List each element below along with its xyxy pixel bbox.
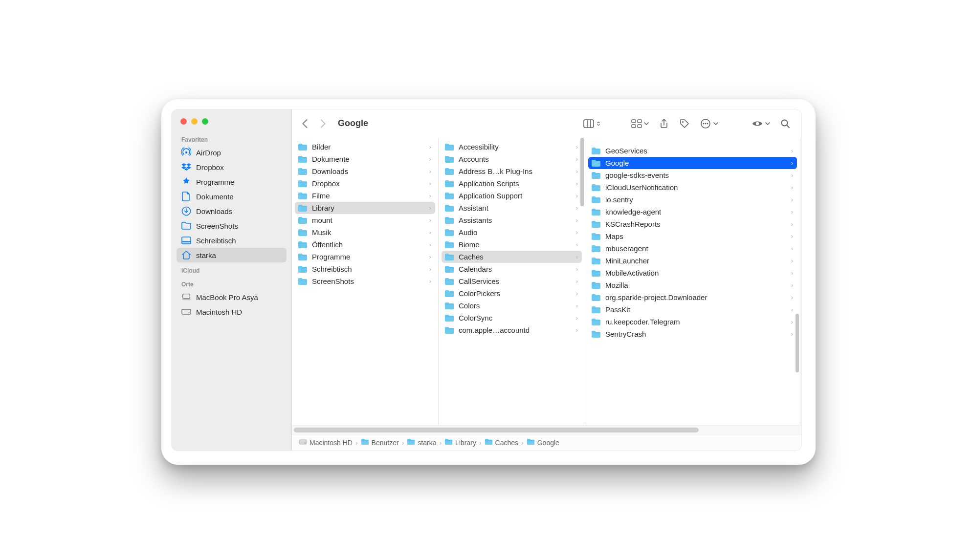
sidebar-item-dokumente[interactable]: Dokumente	[177, 189, 287, 204]
list-item[interactable]: iCloudUserNotification›	[588, 181, 797, 194]
search-button[interactable]	[777, 115, 794, 132]
list-item[interactable]: Accounts›	[442, 153, 582, 165]
sidebar-item-downloads[interactable]: Downloads	[177, 204, 287, 218]
list-item-label: Downloads	[312, 167, 425, 175]
list-item[interactable]: MobileActivation›	[588, 267, 797, 279]
list-item[interactable]: google-sdks-events›	[588, 169, 797, 181]
list-item[interactable]: Accessibility›	[442, 141, 582, 153]
list-item[interactable]: mount›	[295, 214, 435, 226]
forward-button[interactable]	[314, 115, 331, 132]
list-item[interactable]: GeoServices›	[588, 145, 797, 157]
share-button[interactable]	[656, 115, 672, 132]
list-item[interactable]: ru.keepcoder.Telegram›	[588, 316, 797, 328]
chevron-right-icon: ›	[791, 245, 793, 252]
svg-point-20	[756, 122, 759, 125]
folder-icon	[407, 438, 415, 447]
list-item[interactable]: Caches›	[442, 251, 582, 263]
column-3[interactable]	[800, 138, 801, 425]
list-item[interactable]: io.sentry›	[588, 194, 797, 206]
chevron-right-icon: ›	[791, 208, 793, 215]
list-item[interactable]: Address B…k Plug-Ins›	[442, 165, 582, 177]
svg-point-0	[185, 151, 187, 153]
folder-icon	[298, 229, 308, 237]
sidebar-item-schreibtisch[interactable]: Schreibtisch	[177, 233, 287, 248]
horizontal-scrollbar[interactable]	[292, 425, 801, 434]
list-item[interactable]: CallServices›	[442, 275, 582, 287]
folder-icon	[444, 180, 454, 188]
breadcrumb-item[interactable]: Benutzer	[361, 438, 399, 447]
list-item[interactable]: com.apple…accountd›	[442, 324, 582, 336]
list-item[interactable]: Library›	[295, 202, 435, 214]
list-item[interactable]: Öffentlich›	[295, 238, 435, 251]
list-item[interactable]: Maps›	[588, 230, 797, 242]
column-1[interactable]: Accessibility› Accounts› Address B…k Plu…	[439, 138, 585, 425]
tags-button[interactable]	[676, 115, 693, 132]
folder-icon	[361, 438, 369, 447]
svg-rect-5	[183, 294, 190, 299]
sidebar-item-screenshots[interactable]: ScreenShots	[177, 218, 287, 233]
breadcrumb-item[interactable]: Library	[444, 438, 476, 447]
airdrop-icon	[181, 148, 191, 157]
column-2[interactable]: GeoServices›Google› google-sdks-events› …	[585, 138, 800, 425]
list-item[interactable]: Calendars›	[442, 263, 582, 275]
folder-icon	[298, 241, 308, 249]
group-by-button[interactable]	[628, 115, 652, 132]
zoom-window-button[interactable]	[202, 118, 208, 125]
breadcrumb-item[interactable]: starka	[407, 438, 436, 447]
view-columns-button[interactable]	[580, 115, 604, 132]
sidebar-item-starka[interactable]: starka	[177, 248, 287, 262]
list-item[interactable]: Colors›	[442, 300, 582, 312]
list-item[interactable]: Schreibtisch›	[295, 263, 435, 275]
horizontal-scroll-thumb[interactable]	[294, 428, 699, 432]
close-window-button[interactable]	[180, 118, 187, 125]
list-item[interactable]: Dropbox›	[295, 177, 435, 190]
list-item[interactable]: MiniLauncher›	[588, 255, 797, 267]
sidebar-item-hd[interactable]: Macintosh HD	[177, 304, 287, 319]
preview-toggle-button[interactable]	[749, 115, 773, 132]
svg-point-18	[705, 123, 707, 124]
action-menu-button[interactable]	[697, 115, 721, 132]
list-item[interactable]: ColorPickers›	[442, 287, 582, 300]
list-item[interactable]: Application Scripts›	[442, 177, 582, 190]
list-item[interactable]: Biome›	[442, 238, 582, 251]
breadcrumb-item[interactable]: Caches	[485, 438, 518, 447]
list-item[interactable]: Musik›	[295, 226, 435, 238]
vertical-scroll-thumb[interactable]	[580, 138, 584, 206]
sidebar-item-dropbox[interactable]: Dropbox	[177, 160, 287, 174]
list-item[interactable]: Filme›	[295, 190, 435, 202]
list-item-label: Google	[605, 159, 787, 167]
list-item[interactable]: Application Support›	[442, 190, 582, 202]
list-item[interactable]: org.sparkle-project.Downloader›	[588, 291, 797, 303]
svg-rect-8	[584, 120, 594, 128]
list-item[interactable]: ColorSync›	[442, 312, 582, 324]
column-0[interactable]: Bilder› Dokumente› Downloads› Dropbox› F…	[292, 138, 439, 425]
breadcrumb-item[interactable]: Google	[527, 438, 559, 447]
vertical-scroll-thumb[interactable]	[796, 314, 799, 372]
list-item[interactable]: Mozilla›	[588, 279, 797, 291]
sidebar-item-mbp[interactable]: MacBook Pro Asya	[177, 290, 287, 304]
svg-rect-13	[632, 125, 636, 128]
chevron-right-icon: ›	[429, 229, 431, 236]
list-item[interactable]: Dokumente›	[295, 153, 435, 165]
svg-rect-11	[632, 120, 636, 123]
sidebar-item-programme[interactable]: Programme	[177, 174, 287, 189]
chevron-right-icon: ›	[791, 306, 793, 313]
list-item[interactable]: Google›	[588, 157, 797, 169]
list-item[interactable]: Bilder›	[295, 141, 435, 153]
list-item[interactable]: knowledge-agent›	[588, 206, 797, 218]
list-item[interactable]: Assistant›	[442, 202, 582, 214]
chevron-right-icon: ›	[791, 220, 793, 228]
list-item[interactable]: KSCrashReports›	[588, 218, 797, 230]
list-item[interactable]: PassKit›	[588, 303, 797, 316]
list-item[interactable]: Programme›	[295, 251, 435, 263]
list-item[interactable]: Audio›	[442, 226, 582, 238]
breadcrumb-item[interactable]: Macintosh HD	[299, 438, 353, 447]
minimize-window-button[interactable]	[191, 118, 198, 125]
list-item[interactable]: mbuseragent›	[588, 242, 797, 255]
list-item[interactable]: SentryCrash›	[588, 328, 797, 340]
list-item[interactable]: ScreenShots›	[295, 275, 435, 287]
back-button[interactable]	[297, 115, 313, 132]
list-item[interactable]: Assistants›	[442, 214, 582, 226]
list-item[interactable]: Downloads›	[295, 165, 435, 177]
sidebar-item-airdrop[interactable]: AirDrop	[177, 145, 287, 160]
